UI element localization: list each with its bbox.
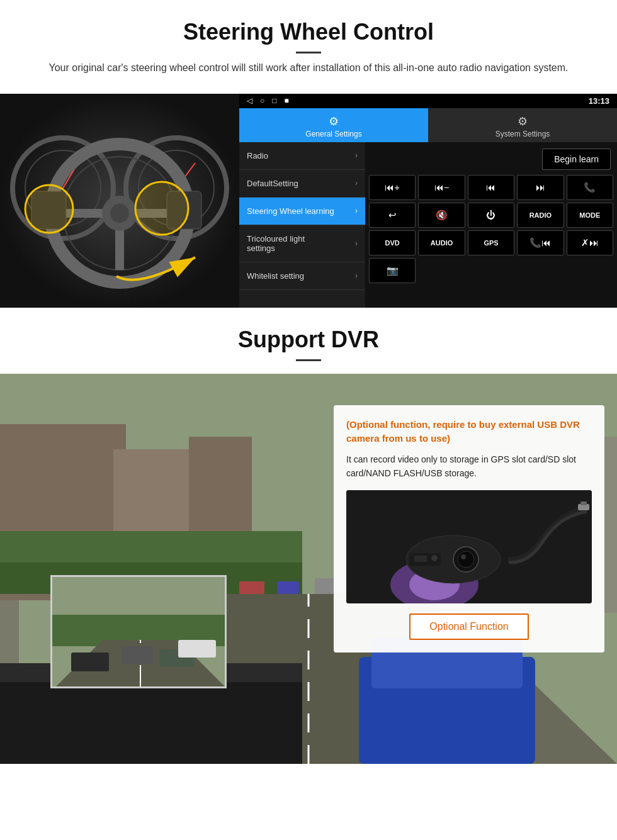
system-icon: ⚙ bbox=[431, 115, 614, 128]
svg-rect-30 bbox=[239, 581, 264, 594]
ctrl-power[interactable]: ⏻ bbox=[468, 203, 514, 228]
menu-steering-label: Steering Wheel learning bbox=[247, 206, 334, 216]
optional-note-text: (Optional function, require to buy exter… bbox=[346, 418, 592, 446]
svg-point-53 bbox=[461, 554, 466, 559]
begin-learn-button[interactable]: Begin learn bbox=[542, 148, 611, 170]
tab-system-settings[interactable]: ⚙ System Settings bbox=[428, 108, 617, 142]
statusbar-icons: ◁ ○ □ ■ bbox=[247, 96, 289, 105]
ctrl-next-track[interactable]: ⏭ bbox=[517, 175, 563, 200]
dvr-header: Support DVR bbox=[0, 308, 617, 374]
svg-rect-56 bbox=[580, 501, 587, 505]
chevron-icon: › bbox=[355, 239, 358, 248]
control-buttons-row1: ⏮+ ⏮− ⏮ ⏭ 📞 bbox=[369, 175, 613, 200]
chevron-icon: › bbox=[355, 151, 358, 160]
dvr-section: Support DVR bbox=[0, 308, 617, 764]
subtitle-text: Your original car's steering wheel contr… bbox=[38, 60, 579, 76]
svg-point-16 bbox=[25, 185, 73, 233]
recents-icon[interactable]: □ bbox=[272, 96, 276, 105]
thumbnail-svg bbox=[52, 577, 227, 688]
dvr-title-divider bbox=[296, 359, 321, 361]
steering-wheel-bg bbox=[0, 94, 239, 308]
android-statusbar: ◁ ○ □ ■ 13:13 bbox=[239, 94, 617, 108]
dvr-camera-illustration bbox=[346, 490, 592, 603]
statusbar-time: 13:13 bbox=[589, 96, 609, 106]
back-icon[interactable]: ◁ bbox=[247, 96, 252, 105]
home-icon[interactable]: ○ bbox=[260, 96, 264, 105]
steering-photo bbox=[0, 94, 239, 308]
ctrl-dvd[interactable]: DVD bbox=[369, 230, 416, 255]
optional-function-button[interactable]: Optional Function bbox=[409, 613, 528, 640]
camera-svg bbox=[346, 490, 592, 603]
begin-learn-row: Begin learn bbox=[369, 146, 613, 170]
dvr-thumbnail bbox=[50, 575, 227, 688]
dvr-title: Support DVR bbox=[38, 327, 579, 353]
menu-whitelist-label: Whitelist setting bbox=[247, 271, 304, 281]
menu-item-default-setting[interactable]: DefaultSetting › bbox=[239, 170, 365, 198]
page-title: Steering Wheel Control bbox=[38, 19, 579, 45]
steering-header: Steering Wheel Control Your original car… bbox=[0, 0, 617, 82]
svg-rect-58 bbox=[414, 556, 427, 562]
svg-point-52 bbox=[458, 551, 474, 568]
control-grid: Begin learn ⏮+ ⏮− ⏮ ⏭ 📞 ↩ 🔇 ⏻ bbox=[365, 142, 617, 308]
svg-rect-36 bbox=[0, 676, 302, 764]
ctrl-phone[interactable]: 📞 bbox=[567, 175, 613, 200]
tab-general-label: General Settings bbox=[305, 130, 361, 138]
menu-item-steering-wheel[interactable]: Steering Wheel learning › bbox=[239, 198, 365, 225]
control-buttons-row3: DVD AUDIO GPS 📞⏮ ✗⏭ bbox=[369, 230, 613, 255]
svg-rect-45 bbox=[178, 640, 216, 658]
svg-point-13 bbox=[110, 204, 129, 223]
description-text: It can record video only to storage in G… bbox=[346, 452, 592, 481]
ctrl-radio[interactable]: RADIO bbox=[517, 203, 563, 228]
gear-icon: ⚙ bbox=[242, 115, 426, 128]
ctrl-vol-plus[interactable]: ⏮+ bbox=[369, 175, 416, 200]
android-ui-panel: ◁ ○ □ ■ 13:13 ⚙ General Settings ⚙ Syste… bbox=[239, 94, 617, 308]
svg-point-17 bbox=[135, 182, 188, 235]
chevron-icon: › bbox=[355, 179, 358, 188]
menu-icon[interactable]: ■ bbox=[285, 96, 289, 105]
ctrl-gps[interactable]: GPS bbox=[468, 230, 514, 255]
ctrl-skip-next[interactable]: ✗⏭ bbox=[567, 230, 613, 255]
android-content: Radio › DefaultSetting › Steering Wheel … bbox=[239, 142, 617, 308]
ctrl-prev-track[interactable]: ⏮ bbox=[468, 175, 514, 200]
svg-rect-43 bbox=[122, 646, 153, 664]
dvr-background: (Optional function, require to buy exter… bbox=[0, 374, 617, 764]
ctrl-camera[interactable]: 📷 bbox=[369, 258, 416, 283]
svg-point-57 bbox=[431, 555, 438, 561]
ctrl-back[interactable]: ↩ bbox=[369, 203, 416, 228]
title-divider bbox=[296, 52, 321, 53]
menu-item-tricoloured[interactable]: Tricoloured light settings › bbox=[239, 225, 365, 262]
tab-general-settings[interactable]: ⚙ General Settings bbox=[239, 108, 428, 142]
control-buttons-row4: 📷 bbox=[369, 258, 613, 283]
menu-tricoloured-label: Tricoloured light settings bbox=[247, 234, 329, 253]
control-buttons-row2: ↩ 🔇 ⏻ RADIO MODE bbox=[369, 203, 613, 228]
steering-composite: ◁ ○ □ ■ 13:13 ⚙ General Settings ⚙ Syste… bbox=[0, 94, 617, 308]
menu-list: Radio › DefaultSetting › Steering Wheel … bbox=[239, 142, 365, 308]
ctrl-mute[interactable]: 🔇 bbox=[418, 203, 465, 228]
steering-wheel-section: Steering Wheel Control Your original car… bbox=[0, 0, 617, 308]
ctrl-audio[interactable]: AUDIO bbox=[418, 230, 465, 255]
tab-system-label: System Settings bbox=[495, 130, 550, 138]
dvr-info-card: (Optional function, require to buy exter… bbox=[334, 405, 604, 653]
menu-item-whitelist[interactable]: Whitelist setting › bbox=[239, 262, 365, 290]
menu-radio-label: Radio bbox=[247, 151, 268, 160]
dashboard-svg bbox=[0, 94, 239, 308]
menu-default-label: DefaultSetting bbox=[247, 179, 298, 188]
chevron-icon: › bbox=[355, 271, 358, 280]
chevron-icon: › bbox=[355, 206, 358, 215]
svg-rect-31 bbox=[277, 581, 299, 594]
ctrl-mode[interactable]: MODE bbox=[567, 203, 613, 228]
menu-item-radio[interactable]: Radio › bbox=[239, 142, 365, 170]
android-tabs: ⚙ General Settings ⚙ System Settings bbox=[239, 108, 617, 142]
ctrl-vol-minus[interactable]: ⏮− bbox=[418, 175, 465, 200]
ctrl-phone-prev[interactable]: 📞⏮ bbox=[517, 230, 563, 255]
svg-rect-42 bbox=[71, 652, 109, 671]
